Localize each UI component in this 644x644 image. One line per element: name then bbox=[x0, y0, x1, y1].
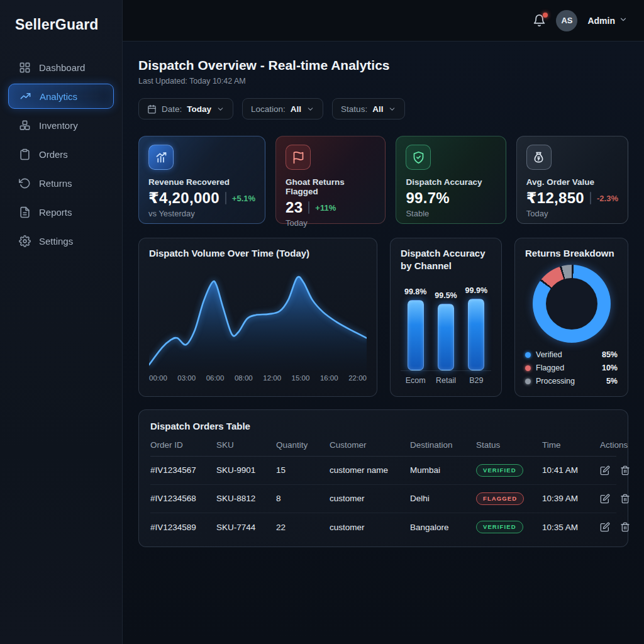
column-header: Customer bbox=[330, 440, 410, 450]
bar-chart: 99.8%99.5%99.9% bbox=[401, 277, 491, 371]
cell-status: VERIFIED bbox=[476, 464, 542, 477]
legend-row: Flagged10% bbox=[525, 364, 618, 373]
bar-column: 99.8% bbox=[402, 287, 429, 370]
x-tick-label: 08:00 bbox=[235, 374, 253, 382]
sidebar-nav: DashboardAnalyticsInventoryOrdersReturns… bbox=[0, 55, 122, 253]
cell-destination: Delhi bbox=[410, 494, 476, 503]
kpi-label: Ghoat Returns Flagged bbox=[286, 177, 375, 196]
filter-status[interactable]: Status:All bbox=[332, 98, 405, 119]
edit-icon bbox=[600, 465, 610, 475]
cell-sku: SKU-9901 bbox=[216, 465, 276, 475]
line-chart-icon bbox=[19, 91, 31, 103]
kpi-value: 23 bbox=[286, 199, 303, 216]
avatar[interactable]: AS bbox=[556, 10, 577, 31]
column-header: Order ID bbox=[150, 440, 216, 450]
sidebar-item-inventory[interactable]: Inventory bbox=[0, 113, 122, 138]
column-header: SKU bbox=[216, 440, 276, 450]
clipboard-icon bbox=[19, 148, 31, 160]
column-header: Destination bbox=[410, 440, 476, 450]
filter-label: Location: bbox=[251, 104, 286, 114]
money-bag-icon bbox=[532, 151, 545, 164]
kpi-delta: +5.1% bbox=[232, 194, 255, 203]
gear-icon bbox=[19, 235, 31, 247]
filter-date[interactable]: Date:Today bbox=[138, 98, 233, 119]
cell-quantity: 8 bbox=[276, 494, 330, 503]
filter-value: All bbox=[291, 104, 301, 114]
notification-dot bbox=[543, 13, 548, 18]
filter-label: Status: bbox=[341, 104, 367, 114]
delete-button[interactable] bbox=[620, 465, 630, 475]
chevron-down-icon bbox=[388, 105, 396, 113]
edit-button[interactable] bbox=[600, 522, 610, 532]
table-row: #IV1234589SKU-774422customerBangaloreVER… bbox=[150, 513, 616, 541]
sidebar-item-orders[interactable]: Orders bbox=[0, 142, 122, 167]
bar-column: 99.9% bbox=[463, 286, 490, 370]
chevron-down-icon bbox=[306, 105, 314, 113]
kpi-delta: -2.3% bbox=[597, 194, 618, 203]
sidebar-item-settings[interactable]: Settings bbox=[0, 228, 122, 253]
kpi-footnote: Stable bbox=[406, 209, 496, 218]
table-header-row: Order IDSKUQuantityCustomerDestinationSt… bbox=[150, 440, 616, 457]
cell-quantity: 15 bbox=[276, 465, 330, 475]
trash-icon bbox=[620, 494, 630, 504]
kpi-icon-tile bbox=[526, 145, 552, 170]
cell-order-id: #IV1234568 bbox=[150, 494, 216, 503]
kpi-card-ghoat-returns-flagged: Ghoat Returns Flagged23+11%Today bbox=[275, 136, 386, 224]
cell-order-id: #IV1234567 bbox=[150, 465, 216, 475]
page-title: Dispatch Overview - Real-time Analytics bbox=[138, 58, 628, 73]
cell-sku: SKU-8812 bbox=[216, 494, 276, 503]
sidebar-item-label: Orders bbox=[39, 149, 68, 160]
column-header: Status bbox=[476, 440, 542, 450]
sidebar-item-returns[interactable]: Returns bbox=[0, 170, 122, 196]
sidebar-item-label: Inventory bbox=[39, 120, 78, 131]
charts-row: Dispatch Volume Over Time (Today) 00:000… bbox=[138, 238, 628, 397]
delete-button[interactable] bbox=[620, 522, 630, 532]
legend-dot bbox=[525, 379, 531, 384]
legend-row: Processing5% bbox=[525, 377, 618, 386]
legend-percent: 10% bbox=[602, 364, 618, 372]
filter-label: Date: bbox=[162, 104, 182, 114]
status-badge: FLAGGED bbox=[476, 492, 524, 505]
cell-time: 10:41 AM bbox=[542, 465, 600, 475]
x-tick-label: 12:00 bbox=[263, 374, 281, 382]
trash-icon bbox=[620, 522, 630, 532]
bar-chart-icon bbox=[155, 151, 168, 164]
legend-dot bbox=[525, 365, 531, 371]
sidebar-item-reports[interactable]: Reports bbox=[0, 199, 122, 225]
last-updated: Last Updated: Today 10:42 AM bbox=[138, 77, 628, 86]
delete-button[interactable] bbox=[620, 494, 630, 504]
table-title: Dispatch Orders Table bbox=[150, 420, 616, 433]
divider bbox=[590, 192, 591, 204]
user-menu[interactable]: Admin bbox=[587, 15, 628, 26]
cell-time: 10:35 AM bbox=[542, 523, 600, 532]
bar-column: 99.5% bbox=[432, 291, 459, 370]
calendar-icon bbox=[147, 104, 157, 114]
main-content: Dispatch Overview - Real-time Analytics … bbox=[123, 42, 644, 644]
edit-button[interactable] bbox=[600, 465, 610, 475]
flag-icon bbox=[292, 151, 305, 164]
legend-percent: 5% bbox=[606, 377, 618, 386]
edit-button[interactable] bbox=[600, 494, 610, 504]
table-row: #IV1234568SKU-88128customerDelhiFLAGGED1… bbox=[150, 485, 616, 513]
table-row: #IV1234567SKU-990115customer nameMumbaiV… bbox=[150, 457, 616, 485]
filter-value: All bbox=[372, 104, 383, 114]
bar bbox=[408, 300, 424, 370]
notifications-button[interactable] bbox=[533, 14, 546, 27]
legend-label: Processing bbox=[536, 377, 606, 386]
kpi-value: ₹12,850 bbox=[526, 189, 584, 207]
kpi-card-dispatch-accuracy: Dispatch Accuracy99.7%Stable bbox=[396, 136, 506, 224]
sidebar-item-label: Reports bbox=[39, 207, 72, 218]
column-header: Time bbox=[542, 440, 600, 450]
shield-check-icon bbox=[412, 151, 425, 164]
column-header: Actions bbox=[600, 440, 628, 450]
kpi-label: Dispatch Accuracy bbox=[406, 177, 496, 187]
chevron-down-icon bbox=[619, 15, 628, 24]
kpi-footnote: Today bbox=[526, 209, 618, 218]
filter-location[interactable]: Location:All bbox=[242, 98, 323, 119]
cell-quantity: 22 bbox=[276, 523, 330, 532]
legend-dot bbox=[525, 352, 531, 358]
sidebar-item-analytics[interactable]: Analytics bbox=[8, 84, 114, 109]
sidebar-item-dashboard[interactable]: Dashboard bbox=[0, 55, 122, 80]
kpi-icon-tile bbox=[406, 145, 431, 170]
legend-percent: 85% bbox=[602, 350, 618, 359]
